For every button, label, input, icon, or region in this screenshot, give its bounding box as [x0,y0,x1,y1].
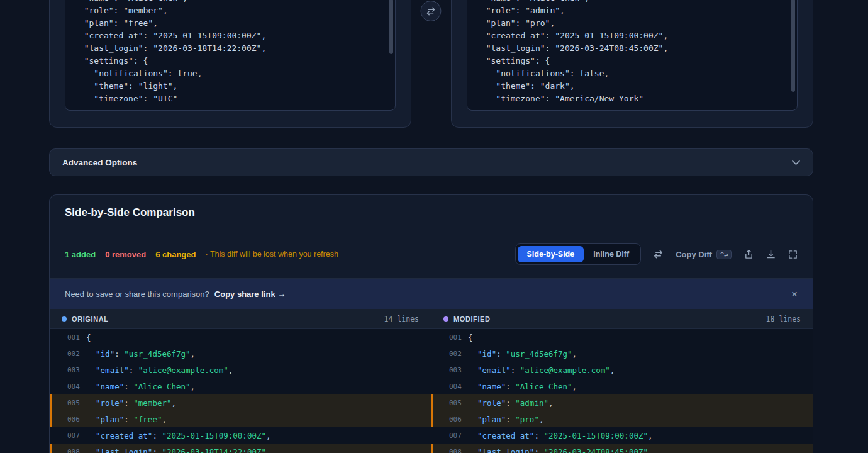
download-icon [766,249,776,259]
stat-removed: 0 removed [105,250,146,259]
original-panel-label: ORIGINAL [72,315,109,323]
code-line: "last_login": "2026-03-18T14:22:00Z", [86,447,271,453]
scrollbar-thumb[interactable] [791,0,795,92]
stat-added: 1 added [65,250,96,259]
diff-line: 005 "role": "member", [50,394,431,411]
diff-stats: 1 added 0 removed 6 changed · This diff … [65,250,338,259]
diff-view: ORIGINAL 14 lines MODIFIED 18 lines 001{… [50,309,813,453]
share-banner-text: Need to save or share this comparison? [65,289,209,299]
diff-line: 008 "last_login": "2026-03-18T14:22:00Z"… [50,444,431,453]
original-diff-column: 001{002 "id": "usr_4d5e6f7g",003 "email"… [50,329,431,453]
swap-arrows-icon [654,250,663,259]
line-number: 004 [449,383,468,391]
modified-panel-label: MODIFIED [453,315,491,323]
json-input-modified[interactable]: "name": "Alice Chen", "role": "admin", "… [467,0,798,111]
line-number: 003 [449,366,468,374]
share-button[interactable] [744,249,754,259]
diff-line: 002 "id": "usr_4d5e6f7g", [431,345,813,362]
code-line: "email": "alice@example.com", [468,366,615,375]
code-line: "role": "member", [86,398,176,408]
modified-json-card: "name": "Alice Chen", "role": "admin", "… [451,0,813,128]
original-dot-icon [62,316,67,322]
comparison-card: Side-by-Side Comparison 1 added 0 remove… [49,194,813,453]
download-button[interactable] [766,249,776,259]
code-line: "role": "admin", [468,398,554,408]
code-line: "id": "usr_4d5e6f7g", [86,349,195,359]
code-line: "last_login": "2026-03-24T08:45:00Z", [468,447,653,453]
inline-diff-tab[interactable]: Inline Diff [584,246,638,262]
scrollbar-thumb[interactable] [389,0,393,54]
copy-diff-button[interactable]: Copy Diff ^↵ [676,250,732,259]
modified-dot-icon [443,316,448,322]
diff-line: 001{ [50,329,431,345]
advanced-options-toggle[interactable]: Advanced Options [49,148,813,176]
refresh-warning-note: · This diff will be lost when you refres… [205,250,338,259]
code-line: "name": "Alice Chen", [86,382,195,391]
code-line: "plan": "pro", [468,415,543,424]
line-number: 006 [449,415,468,423]
diff-line: 005 "role": "admin", [431,394,813,411]
line-number: 002 [449,350,468,358]
modified-diff-column: 001{002 "id": "usr_4d5e6f7g",003 "email"… [431,329,813,453]
share-banner: Need to save or share this comparison? C… [50,279,813,309]
modified-panel-header: MODIFIED 18 lines [431,309,813,328]
line-number: 001 [449,333,468,342]
diff-line: 007 "created_at": "2025-01-15T09:00:00Z"… [431,427,813,444]
comparison-title-row: Side-by-Side Comparison [50,195,813,230]
line-number: 002 [67,350,86,358]
code-line: "created_at": "2025-01-15T09:00:00Z", [468,431,653,440]
diff-line: 003 "email": "alice@example.com", [50,362,431,378]
code-line: "created_at": "2025-01-15T09:00:00Z", [86,431,271,440]
copy-diff-label: Copy Diff [676,250,712,259]
diff-line: 004 "name": "Alice Chen", [431,378,813,394]
share-icon [744,249,754,259]
json-input-section: "name": "Alice Chen", "role": "member", … [0,0,868,128]
line-number: 007 [449,432,468,440]
diff-toolbar: 1 added 0 removed 6 changed · This diff … [50,230,813,279]
line-number: 007 [67,432,86,440]
code-line: { [86,333,91,342]
copy-share-link[interactable]: Copy share link → [214,289,286,299]
diff-line: 001{ [431,329,813,345]
code-line: "id": "usr_4d5e6f7g", [468,349,577,359]
expand-icon [788,250,798,259]
modified-line-count: 18 lines [766,315,801,323]
swap-arrows-icon [426,7,436,16]
code-line: "email": "alice@example.com", [86,366,233,375]
copy-diff-shortcut-badge: ^↵ [716,250,732,259]
diff-line: 002 "id": "usr_4d5e6f7g", [50,345,431,362]
diff-controls: Side-by-Side Inline Diff Copy Diff ^↵ [515,243,798,265]
json-input-original[interactable]: "name": "Alice Chen", "role": "member", … [65,0,396,111]
line-number: 008 [449,448,468,453]
line-number: 005 [449,399,468,407]
original-json-text[interactable]: "name": "Alice Chen", "role": "member", … [65,0,387,110]
line-number: 006 [67,415,86,423]
code-line: "name": "Alice Chen", [468,382,577,391]
diff-line: 008 "last_login": "2026-03-24T08:45:00Z"… [431,444,813,453]
diff-line: 003 "email": "alice@example.com", [431,362,813,378]
diff-line: 004 "name": "Alice Chen", [50,378,431,394]
modified-json-text[interactable]: "name": "Alice Chen", "role": "admin", "… [467,0,789,110]
stat-changed: 6 changed [155,250,196,259]
side-by-side-tab[interactable]: Side-by-Side [518,246,584,262]
advanced-options-label: Advanced Options [62,158,137,167]
close-icon[interactable]: × [791,289,798,299]
diff-panel-headers: ORIGINAL 14 lines MODIFIED 18 lines [50,309,813,329]
line-number: 008 [67,448,86,453]
view-mode-toggle: Side-by-Side Inline Diff [515,243,642,265]
line-number: 005 [67,399,86,407]
diff-body: 001{002 "id": "usr_4d5e6f7g",003 "email"… [50,329,813,453]
diff-line: 006 "plan": "pro", [431,411,813,427]
diff-line: 007 "created_at": "2025-01-15T09:00:00Z"… [50,427,431,444]
code-line: { [468,333,473,342]
swap-sides-button[interactable] [654,250,663,259]
page-title: Side-by-Side Comparison [65,206,195,219]
line-number: 004 [67,383,86,391]
original-panel-header: ORIGINAL 14 lines [50,309,431,328]
chevron-down-icon [792,160,800,165]
line-number: 003 [67,366,86,374]
diff-line: 006 "plan": "free", [50,411,431,427]
original-json-card: "name": "Alice Chen", "role": "member", … [49,0,411,128]
swap-inputs-button[interactable] [421,1,442,21]
fullscreen-button[interactable] [788,250,798,259]
